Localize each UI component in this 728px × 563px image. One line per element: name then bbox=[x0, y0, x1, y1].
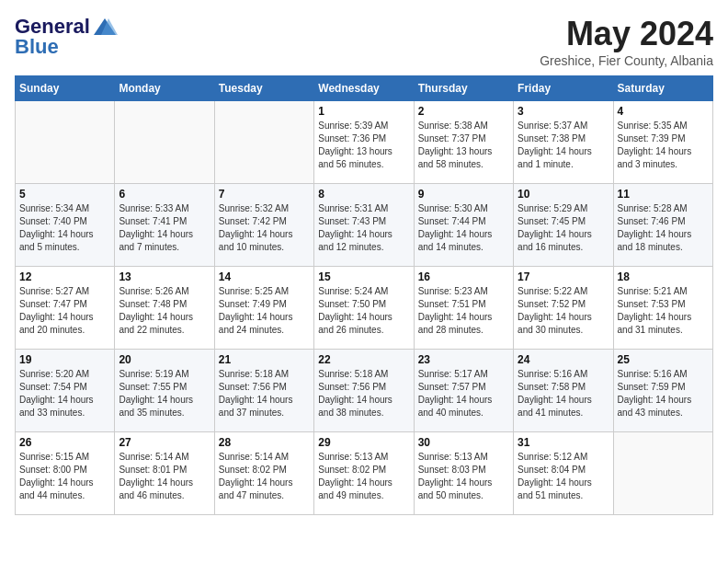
day-info: Sunrise: 5:28 AM Sunset: 7:46 PM Dayligh… bbox=[618, 202, 709, 254]
title-block: May 2024 Greshice, Fier County, Albania bbox=[540, 15, 713, 68]
calendar-cell: 4Sunrise: 5:35 AM Sunset: 7:39 PM Daylig… bbox=[613, 101, 712, 184]
calendar-cell: 12Sunrise: 5:27 AM Sunset: 7:47 PM Dayli… bbox=[16, 267, 115, 350]
day-number: 4 bbox=[618, 105, 709, 118]
day-info: Sunrise: 5:12 AM Sunset: 8:04 PM Dayligh… bbox=[518, 451, 609, 502]
calendar-cell bbox=[16, 101, 115, 184]
day-info: Sunrise: 5:14 AM Sunset: 8:02 PM Dayligh… bbox=[219, 451, 310, 502]
weekday-header: Saturday bbox=[613, 76, 712, 101]
day-number: 8 bbox=[318, 188, 409, 201]
calendar-cell: 30Sunrise: 5:13 AM Sunset: 8:03 PM Dayli… bbox=[414, 432, 513, 515]
weekday-header: Thursday bbox=[414, 76, 513, 101]
day-number: 29 bbox=[318, 436, 409, 449]
calendar-cell: 24Sunrise: 5:16 AM Sunset: 7:58 PM Dayli… bbox=[514, 350, 613, 432]
day-info: Sunrise: 5:33 AM Sunset: 7:41 PM Dayligh… bbox=[119, 202, 210, 254]
day-info: Sunrise: 5:37 AM Sunset: 7:38 PM Dayligh… bbox=[518, 120, 609, 171]
day-info: Sunrise: 5:16 AM Sunset: 7:58 PM Dayligh… bbox=[518, 368, 609, 419]
calendar-cell: 20Sunrise: 5:19 AM Sunset: 7:55 PM Dayli… bbox=[115, 350, 214, 432]
day-number: 10 bbox=[518, 188, 609, 201]
calendar-cell: 7Sunrise: 5:32 AM Sunset: 7:42 PM Daylig… bbox=[214, 184, 313, 267]
calendar-cell: 2Sunrise: 5:38 AM Sunset: 7:37 PM Daylig… bbox=[414, 101, 513, 184]
day-number: 3 bbox=[518, 105, 609, 118]
calendar-cell bbox=[613, 432, 712, 515]
calendar-cell: 25Sunrise: 5:16 AM Sunset: 7:59 PM Dayli… bbox=[613, 350, 712, 432]
day-number: 28 bbox=[219, 436, 310, 449]
day-info: Sunrise: 5:19 AM Sunset: 7:55 PM Dayligh… bbox=[119, 368, 210, 419]
day-info: Sunrise: 5:22 AM Sunset: 7:52 PM Dayligh… bbox=[518, 285, 609, 337]
calendar-cell: 21Sunrise: 5:18 AM Sunset: 7:56 PM Dayli… bbox=[214, 350, 313, 432]
weekday-header: Sunday bbox=[16, 76, 115, 101]
day-info: Sunrise: 5:25 AM Sunset: 7:49 PM Dayligh… bbox=[219, 285, 310, 337]
day-number: 30 bbox=[418, 436, 509, 449]
calendar-cell: 15Sunrise: 5:24 AM Sunset: 7:50 PM Dayli… bbox=[314, 267, 414, 350]
calendar-cell: 1Sunrise: 5:39 AM Sunset: 7:36 PM Daylig… bbox=[314, 101, 414, 184]
calendar-cell: 19Sunrise: 5:20 AM Sunset: 7:54 PM Dayli… bbox=[16, 350, 115, 432]
calendar-cell: 29Sunrise: 5:13 AM Sunset: 8:02 PM Dayli… bbox=[314, 432, 414, 515]
day-number: 18 bbox=[618, 270, 709, 283]
day-info: Sunrise: 5:20 AM Sunset: 7:54 PM Dayligh… bbox=[19, 368, 110, 419]
day-info: Sunrise: 5:29 AM Sunset: 7:45 PM Dayligh… bbox=[518, 202, 609, 254]
calendar-cell: 9Sunrise: 5:30 AM Sunset: 7:44 PM Daylig… bbox=[414, 184, 513, 267]
calendar-cell: 11Sunrise: 5:28 AM Sunset: 7:46 PM Dayli… bbox=[613, 184, 712, 267]
day-info: Sunrise: 5:14 AM Sunset: 8:01 PM Dayligh… bbox=[119, 451, 210, 502]
day-number: 19 bbox=[19, 353, 110, 366]
weekday-header: Tuesday bbox=[214, 76, 313, 101]
day-number: 11 bbox=[618, 188, 709, 201]
day-number: 31 bbox=[518, 436, 609, 449]
calendar-cell bbox=[115, 101, 214, 184]
calendar-cell: 13Sunrise: 5:26 AM Sunset: 7:48 PM Dayli… bbox=[115, 267, 214, 350]
calendar-cell bbox=[214, 101, 313, 184]
day-info: Sunrise: 5:27 AM Sunset: 7:47 PM Dayligh… bbox=[19, 285, 110, 337]
calendar-cell: 17Sunrise: 5:22 AM Sunset: 7:52 PM Dayli… bbox=[514, 267, 613, 350]
weekday-header: Friday bbox=[514, 76, 613, 101]
calendar-cell: 27Sunrise: 5:14 AM Sunset: 8:01 PM Dayli… bbox=[115, 432, 214, 515]
weekday-header: Monday bbox=[115, 76, 214, 101]
day-info: Sunrise: 5:39 AM Sunset: 7:36 PM Dayligh… bbox=[318, 120, 409, 171]
day-number: 20 bbox=[119, 353, 210, 366]
calendar-week-row: 19Sunrise: 5:20 AM Sunset: 7:54 PM Dayli… bbox=[16, 350, 713, 432]
calendar-cell: 3Sunrise: 5:37 AM Sunset: 7:38 PM Daylig… bbox=[514, 101, 613, 184]
calendar-cell: 8Sunrise: 5:31 AM Sunset: 7:43 PM Daylig… bbox=[314, 184, 414, 267]
day-number: 16 bbox=[418, 270, 509, 283]
day-number: 27 bbox=[119, 436, 210, 449]
calendar-week-row: 12Sunrise: 5:27 AM Sunset: 7:47 PM Dayli… bbox=[16, 267, 713, 350]
calendar-week-row: 5Sunrise: 5:34 AM Sunset: 7:40 PM Daylig… bbox=[16, 184, 713, 267]
calendar-cell: 22Sunrise: 5:18 AM Sunset: 7:56 PM Dayli… bbox=[314, 350, 414, 432]
calendar-cell: 31Sunrise: 5:12 AM Sunset: 8:04 PM Dayli… bbox=[514, 432, 613, 515]
day-info: Sunrise: 5:24 AM Sunset: 7:50 PM Dayligh… bbox=[318, 285, 409, 337]
day-number: 6 bbox=[119, 188, 210, 201]
calendar-week-row: 1Sunrise: 5:39 AM Sunset: 7:36 PM Daylig… bbox=[16, 101, 713, 184]
calendar-cell: 18Sunrise: 5:21 AM Sunset: 7:53 PM Dayli… bbox=[613, 267, 712, 350]
day-info: Sunrise: 5:30 AM Sunset: 7:44 PM Dayligh… bbox=[418, 202, 509, 254]
day-number: 2 bbox=[418, 105, 509, 118]
day-info: Sunrise: 5:38 AM Sunset: 7:37 PM Dayligh… bbox=[418, 120, 509, 171]
day-info: Sunrise: 5:18 AM Sunset: 7:56 PM Dayligh… bbox=[219, 368, 310, 419]
month-title: May 2024 bbox=[540, 15, 713, 53]
subtitle: Greshice, Fier County, Albania bbox=[540, 53, 713, 68]
day-number: 23 bbox=[418, 353, 509, 366]
day-number: 25 bbox=[618, 353, 709, 366]
calendar-cell: 14Sunrise: 5:25 AM Sunset: 7:49 PM Dayli… bbox=[214, 267, 313, 350]
day-number: 21 bbox=[219, 353, 310, 366]
day-info: Sunrise: 5:18 AM Sunset: 7:56 PM Dayligh… bbox=[318, 368, 409, 419]
day-number: 13 bbox=[119, 270, 210, 283]
logo: General Blue bbox=[15, 15, 118, 59]
calendar-cell: 6Sunrise: 5:33 AM Sunset: 7:41 PM Daylig… bbox=[115, 184, 214, 267]
calendar-cell: 28Sunrise: 5:14 AM Sunset: 8:02 PM Dayli… bbox=[214, 432, 313, 515]
day-info: Sunrise: 5:23 AM Sunset: 7:51 PM Dayligh… bbox=[418, 285, 509, 337]
calendar-cell: 26Sunrise: 5:15 AM Sunset: 8:00 PM Dayli… bbox=[16, 432, 115, 515]
day-info: Sunrise: 5:31 AM Sunset: 7:43 PM Dayligh… bbox=[318, 202, 409, 254]
day-number: 26 bbox=[19, 436, 110, 449]
day-info: Sunrise: 5:32 AM Sunset: 7:42 PM Dayligh… bbox=[219, 202, 310, 254]
calendar-cell: 16Sunrise: 5:23 AM Sunset: 7:51 PM Dayli… bbox=[414, 267, 513, 350]
day-number: 7 bbox=[219, 188, 310, 201]
calendar-cell: 5Sunrise: 5:34 AM Sunset: 7:40 PM Daylig… bbox=[16, 184, 115, 267]
day-number: 9 bbox=[418, 188, 509, 201]
day-info: Sunrise: 5:13 AM Sunset: 8:02 PM Dayligh… bbox=[318, 451, 409, 502]
day-number: 17 bbox=[518, 270, 609, 283]
day-number: 15 bbox=[318, 270, 409, 283]
day-info: Sunrise: 5:34 AM Sunset: 7:40 PM Dayligh… bbox=[19, 202, 110, 254]
day-info: Sunrise: 5:21 AM Sunset: 7:53 PM Dayligh… bbox=[618, 285, 709, 337]
calendar-header-row: SundayMondayTuesdayWednesdayThursdayFrid… bbox=[16, 76, 713, 101]
calendar-table: SundayMondayTuesdayWednesdayThursdayFrid… bbox=[15, 75, 713, 515]
day-info: Sunrise: 5:35 AM Sunset: 7:39 PM Dayligh… bbox=[618, 120, 709, 171]
